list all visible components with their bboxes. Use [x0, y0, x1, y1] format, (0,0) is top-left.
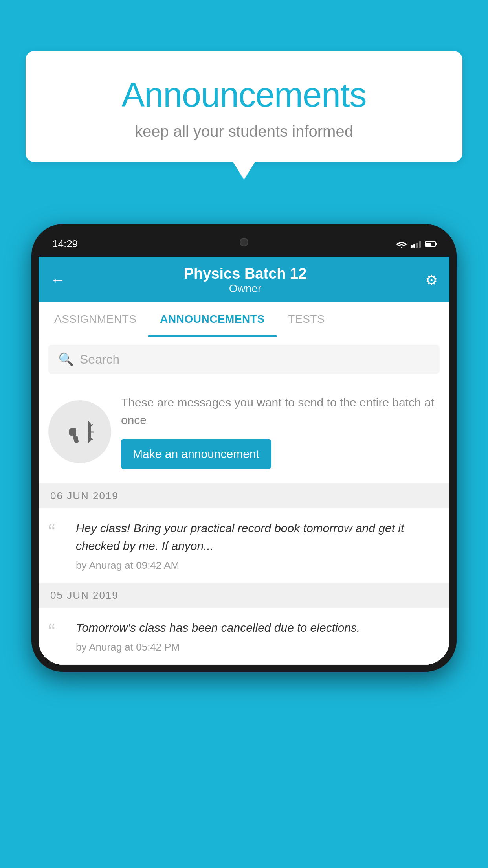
tab-announcements[interactable]: ANNOUNCEMENTS — [148, 302, 276, 337]
status-bar: 14:29 — [39, 231, 449, 257]
batch-role: Owner — [184, 282, 307, 295]
prompt-description: These are messages you want to send to t… — [121, 394, 440, 429]
announcement-prompt: These are messages you want to send to t… — [39, 382, 449, 484]
announcement-item-1[interactable]: “ Hey class! Bring your practical record… — [39, 508, 449, 583]
announcement-meta-2: by Anurag at 05:42 PM — [76, 641, 440, 653]
tabs-bar: ASSIGNMENTS ANNOUNCEMENTS TESTS — [39, 302, 449, 337]
batch-title: Physics Batch 12 — [184, 265, 307, 282]
svg-point-0 — [401, 247, 403, 248]
wifi-icon — [396, 240, 407, 248]
camera-icon — [240, 238, 248, 246]
announcement-meta-1: by Anurag at 09:42 AM — [76, 559, 440, 572]
phone-outer: 14:29 — [31, 224, 457, 672]
megaphone-circle — [48, 400, 111, 463]
app-header: ← Physics Batch 12 Owner ⚙ — [39, 257, 449, 302]
quote-icon-2: “ — [48, 621, 68, 641]
tab-tests[interactable]: TESTS — [277, 302, 337, 337]
megaphone-icon — [64, 416, 95, 447]
phone-container: 14:29 — [31, 224, 457, 868]
make-announcement-button[interactable]: Make an announcement — [121, 439, 271, 469]
quote-icon-1: “ — [48, 521, 68, 542]
search-icon: 🔍 — [58, 352, 74, 367]
speech-bubble-title: Announcements — [45, 75, 443, 115]
search-bar[interactable]: 🔍 Search — [48, 345, 440, 374]
search-container: 🔍 Search — [39, 337, 449, 382]
announcement-content-2: Tomorrow's class has been cancelled due … — [76, 619, 440, 653]
announcement-text-2: Tomorrow's class has been cancelled due … — [76, 619, 440, 636]
search-placeholder: Search — [80, 352, 119, 367]
announcement-content-1: Hey class! Bring your practical record b… — [76, 519, 440, 572]
speech-bubble-subtitle: keep all your students informed — [45, 123, 443, 140]
phone-screen: ← Physics Batch 12 Owner ⚙ ASSIGNMENTS A… — [39, 257, 449, 665]
announcement-text-1: Hey class! Bring your practical record b… — [76, 519, 440, 555]
date-separator-1: 06 JUN 2019 — [39, 484, 449, 508]
battery-icon — [425, 241, 436, 247]
tab-assignments[interactable]: ASSIGNMENTS — [42, 302, 148, 337]
status-icons — [396, 240, 436, 248]
signal-icon — [411, 241, 421, 248]
status-time: 14:29 — [52, 238, 78, 250]
settings-button[interactable]: ⚙ — [425, 272, 438, 289]
back-button[interactable]: ← — [50, 272, 65, 289]
phone-notch — [205, 231, 283, 253]
prompt-content: These are messages you want to send to t… — [121, 394, 440, 469]
announcement-item-2[interactable]: “ Tomorrow's class has been cancelled du… — [39, 608, 449, 665]
header-title-area: Physics Batch 12 Owner — [184, 265, 307, 295]
date-separator-2: 05 JUN 2019 — [39, 583, 449, 608]
speech-bubble-container: Announcements keep all your students inf… — [26, 51, 462, 162]
speech-bubble: Announcements keep all your students inf… — [26, 51, 462, 162]
